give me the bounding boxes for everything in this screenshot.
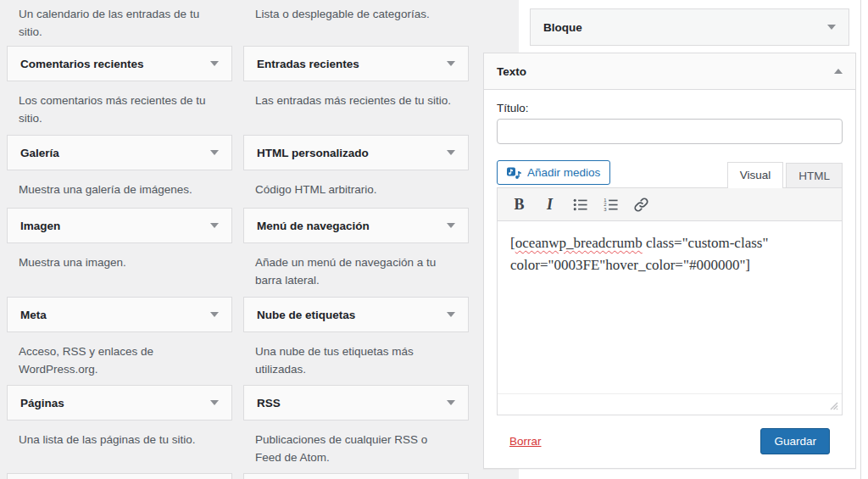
link-button[interactable] — [627, 192, 655, 217]
widget-rss[interactable]: RSS — [243, 385, 469, 421]
widget-imagen[interactable]: Imagen — [7, 208, 232, 243]
widget-description: Una lista de las páginas de tu sitio. — [7, 431, 217, 448]
widget-title: Texto — [497, 65, 526, 78]
widget-entradas-recientes[interactable]: Entradas recientes — [243, 46, 469, 81]
widget-title: RSS — [257, 397, 281, 409]
widget-title: Bloque — [543, 21, 582, 34]
chevron-down-icon[interactable] — [447, 312, 455, 317]
widget-description: Muestra una imagen. — [7, 253, 217, 271]
numbered-list-button[interactable]: 1 2 3 — [597, 192, 625, 217]
shortcode-text: [oceanwp_breadcrumb class="custom-class"… — [510, 235, 768, 273]
widget-description: Un calendario de las entradas de tu siti… — [7, 5, 217, 41]
widget-comentarios-recientes[interactable]: Comentarios recientes — [7, 46, 232, 81]
texto-widget-header[interactable]: Texto — [484, 53, 855, 90]
widget-title: HTML personalizado — [257, 147, 369, 159]
tab-html[interactable]: HTML — [786, 163, 843, 188]
widget-bloque[interactable]: Bloque — [530, 8, 849, 46]
widget-html-personalizado[interactable]: HTML personalizado — [243, 135, 469, 170]
widget-cell: Páginas Una lista de las páginas de tu s… — [7, 385, 232, 473]
widget-description: Acceso, RSS y enlaces de WordPress.org. — [7, 343, 217, 378]
widget-cell: Lista o desplegable de categorías. — [243, 0, 469, 46]
widget-menu-navegacion[interactable]: Menú de navegación — [243, 208, 469, 243]
widget-title: Menú de navegación — [257, 220, 370, 232]
editor-content-area[interactable]: [oceanwp_breadcrumb class="custom-class"… — [498, 221, 842, 393]
widget-title: Nube de etiquetas — [257, 309, 355, 321]
chevron-down-icon[interactable] — [447, 400, 455, 405]
widget-cell: Nube de etiquetas Una nube de tus etique… — [243, 297, 469, 385]
widget-cell: HTML personalizado Código HTML arbitrari… — [243, 135, 469, 208]
widget-title: Entradas recientes — [257, 58, 359, 70]
widget-cell — [7, 473, 232, 479]
widget-description: Los comentarios más recientes de tu siti… — [7, 92, 217, 127]
chevron-down-icon[interactable] — [447, 150, 455, 155]
italic-icon: I — [547, 196, 553, 214]
italic-button[interactable]: I — [536, 192, 564, 217]
link-icon — [633, 197, 649, 213]
chevron-down-icon[interactable] — [447, 61, 455, 66]
add-media-label: Añadir medios — [527, 166, 600, 179]
shortcode-name: oceanwp_breadcrumb — [515, 235, 643, 251]
widget-description: Una nube de tus etiquetas más utilizadas… — [243, 343, 453, 378]
widget-title: Meta — [20, 309, 47, 321]
bold-icon: B — [514, 196, 524, 214]
widget-cell: Meta Acceso, RSS y enlaces de WordPress.… — [7, 297, 232, 385]
bold-button[interactable]: B — [505, 192, 533, 217]
bullet-list-button[interactable] — [566, 192, 594, 217]
bullet-list-icon — [572, 197, 588, 213]
chevron-down-icon[interactable] — [210, 312, 219, 317]
widget-paginas[interactable]: Páginas — [7, 385, 232, 421]
texto-widget-body: Título: Añadir medios — [484, 90, 855, 454]
widget-cell: Un calendario de las entradas de tu siti… — [7, 0, 232, 46]
chevron-down-icon[interactable] — [210, 400, 219, 405]
media-icon — [507, 166, 521, 180]
texto-widget-footer: Borrar Guardar — [497, 415, 843, 454]
add-media-button[interactable]: Añadir medios — [497, 160, 610, 185]
widget-nube-etiquetas[interactable]: Nube de etiquetas — [243, 297, 469, 332]
chevron-down-icon[interactable] — [210, 61, 219, 66]
titulo-input[interactable] — [497, 119, 843, 144]
text-editor: B I 1 — [497, 187, 843, 415]
widget-description: Lista o desplegable de categorías. — [243, 5, 453, 23]
widget-partial[interactable] — [243, 473, 469, 479]
widget-cell: Imagen Muestra una imagen. — [7, 208, 232, 297]
widget-cell: Entradas recientes Las entradas más reci… — [243, 46, 469, 135]
widget-description: Publicaciones de cualquier RSS o Feed de… — [243, 431, 453, 466]
widget-meta[interactable]: Meta — [7, 297, 232, 332]
widget-title: Páginas — [20, 397, 64, 409]
editor-toolbar: B I 1 — [498, 188, 842, 221]
widget-cell: Menú de navegación Añade un menú de nave… — [243, 208, 469, 297]
widget-title: Galería — [20, 147, 59, 159]
widget-galeria[interactable]: Galería — [7, 135, 232, 170]
texto-widget-panel: Texto Título: Añadir medios — [483, 53, 856, 469]
widget-description: Añade un menú de navegación a tu barra l… — [243, 253, 453, 289]
save-button[interactable]: Guardar — [760, 428, 830, 454]
chevron-down-icon[interactable] — [210, 150, 219, 155]
svg-text:3: 3 — [604, 206, 607, 211]
chevron-down-icon[interactable] — [210, 223, 219, 228]
widget-description: Código HTML arbitrario. — [243, 181, 453, 198]
media-row: Añadir medios Visual HTML — [497, 159, 843, 187]
numbered-list-icon: 1 2 3 — [603, 197, 619, 213]
tab-visual[interactable]: Visual — [727, 162, 784, 188]
delete-widget-link[interactable]: Borrar — [509, 435, 542, 448]
chevron-down-icon[interactable] — [827, 25, 836, 30]
widget-description: Muestra una galería de imágenes. — [7, 181, 217, 198]
editor-statusbar — [498, 393, 842, 415]
editor-tabs: Visual HTML — [725, 162, 843, 187]
resize-grip-icon[interactable] — [827, 399, 838, 410]
available-widgets-area: Un calendario de las entradas de tu siti… — [0, 0, 481, 479]
widget-cell — [243, 473, 469, 479]
chevron-up-icon[interactable] — [834, 69, 843, 74]
widget-title: Comentarios recientes — [20, 58, 144, 70]
chevron-down-icon[interactable] — [447, 223, 455, 228]
widget-cell: Comentarios recientes Los comentarios má… — [7, 46, 232, 135]
widget-partial[interactable] — [7, 473, 232, 479]
widget-cell: RSS Publicaciones de cualquier RSS o Fee… — [243, 385, 469, 473]
widget-cell: Galería Muestra una galería de imágenes. — [7, 135, 232, 208]
widget-title: Imagen — [20, 220, 60, 232]
titulo-label: Título: — [497, 102, 843, 114]
widget-description: Las entradas más recientes de tu sitio. — [243, 92, 453, 109]
